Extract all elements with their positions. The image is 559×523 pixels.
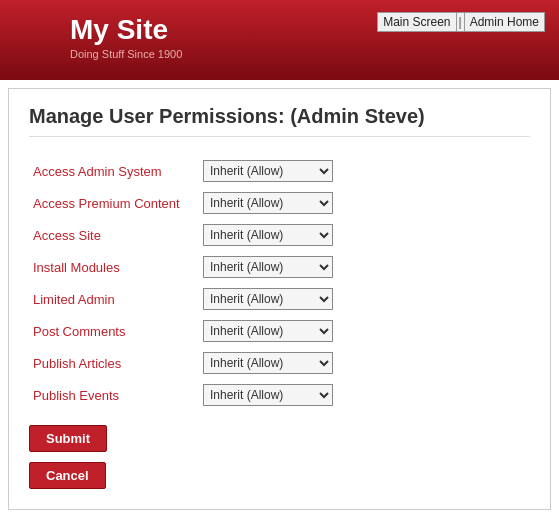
permission-select[interactable]: Inherit (Allow)AllowDeny — [203, 224, 333, 246]
permission-select[interactable]: Inherit (Allow)AllowDeny — [203, 384, 333, 406]
nav-separator: | — [457, 12, 464, 32]
table-row: Post CommentsInherit (Allow)AllowDeny — [29, 315, 530, 347]
admin-home-link[interactable]: Admin Home — [464, 12, 545, 32]
permission-select[interactable]: Inherit (Allow)AllowDeny — [203, 160, 333, 182]
table-row: Access Premium ContentInherit (Allow)All… — [29, 187, 530, 219]
permission-select[interactable]: Inherit (Allow)AllowDeny — [203, 320, 333, 342]
permission-label: Access Admin System — [29, 155, 199, 187]
permissions-table: Access Admin SystemInherit (Allow)AllowD… — [29, 155, 530, 411]
permission-label: Access Premium Content — [29, 187, 199, 219]
permission-select[interactable]: Inherit (Allow)AllowDeny — [203, 256, 333, 278]
permission-label: Limited Admin — [29, 283, 199, 315]
site-header: My Site Doing Stuff Since 1900 Main Scre… — [0, 0, 559, 80]
permission-label: Publish Articles — [29, 347, 199, 379]
submit-button[interactable]: Submit — [29, 425, 107, 452]
permission-cell: Inherit (Allow)AllowDeny — [199, 347, 530, 379]
permission-cell: Inherit (Allow)AllowDeny — [199, 155, 530, 187]
permission-select[interactable]: Inherit (Allow)AllowDeny — [203, 352, 333, 374]
permission-label: Post Comments — [29, 315, 199, 347]
site-subtitle: Doing Stuff Since 1900 — [70, 48, 539, 60]
table-row: Access SiteInherit (Allow)AllowDeny — [29, 219, 530, 251]
cancel-button[interactable]: Cancel — [29, 462, 106, 489]
permission-select[interactable]: Inherit (Allow)AllowDeny — [203, 192, 333, 214]
permission-cell: Inherit (Allow)AllowDeny — [199, 187, 530, 219]
permission-cell: Inherit (Allow)AllowDeny — [199, 219, 530, 251]
permission-label: Publish Events — [29, 379, 199, 411]
main-content: Manage User Permissions: (Admin Steve) A… — [8, 88, 551, 510]
table-row: Access Admin SystemInherit (Allow)AllowD… — [29, 155, 530, 187]
permission-label: Install Modules — [29, 251, 199, 283]
permission-cell: Inherit (Allow)AllowDeny — [199, 379, 530, 411]
permission-label: Access Site — [29, 219, 199, 251]
main-screen-link[interactable]: Main Screen — [377, 12, 456, 32]
permission-select[interactable]: Inherit (Allow)AllowDeny — [203, 288, 333, 310]
table-row: Publish ArticlesInherit (Allow)AllowDeny — [29, 347, 530, 379]
page-title: Manage User Permissions: (Admin Steve) — [29, 105, 530, 137]
table-row: Limited AdminInherit (Allow)AllowDeny — [29, 283, 530, 315]
header-nav: Main Screen | Admin Home — [377, 12, 545, 32]
table-row: Publish EventsInherit (Allow)AllowDeny — [29, 379, 530, 411]
table-row: Install ModulesInherit (Allow)AllowDeny — [29, 251, 530, 283]
permission-cell: Inherit (Allow)AllowDeny — [199, 315, 530, 347]
permission-cell: Inherit (Allow)AllowDeny — [199, 251, 530, 283]
permission-cell: Inherit (Allow)AllowDeny — [199, 283, 530, 315]
